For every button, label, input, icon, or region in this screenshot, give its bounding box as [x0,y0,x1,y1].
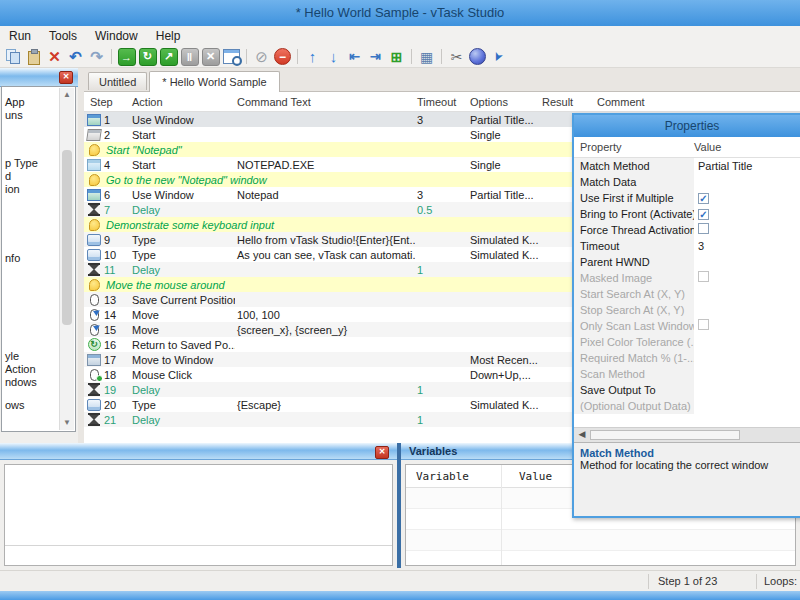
schedule-icon[interactable]: ▦ [416,47,437,67]
preview-icon[interactable] [221,47,242,67]
menu-window[interactable]: Window [86,26,147,46]
property-label: Required Match % (1-... [574,350,694,366]
checkbox[interactable]: ✓ [698,193,709,204]
menu-run[interactable]: Run [0,26,40,46]
menu-tools[interactable]: Tools [40,26,86,46]
delete-icon[interactable]: ✕ [44,47,65,67]
sidebar-item[interactable]: ion [5,183,20,195]
property-row[interactable]: Pixel Color Tolerance (... [574,334,800,350]
tab-hello-world-sample[interactable]: * Hello World Sample [149,71,279,92]
sidebar-item[interactable]: p Type [5,157,38,169]
tools-icon[interactable]: ✂ [446,47,467,67]
sidebar-header: ✕ [0,68,78,87]
property-row[interactable]: Required Match % (1-... [574,350,800,366]
sidebar-panel: ✕ Appunsp TypedionnfoyleActionndowsows ▲… [0,68,78,443]
sidebar-item[interactable]: ows [5,399,25,411]
paste-icon[interactable] [23,47,44,67]
checkbox[interactable]: ✓ [698,209,709,220]
run-icon[interactable]: → [116,47,137,67]
checkbox[interactable] [698,223,709,234]
step-options: Down+Up,... [468,369,540,381]
col-timeout[interactable]: Timeout [415,96,468,108]
insert-step-icon[interactable]: ⊞ [386,47,407,67]
scroll-down-icon[interactable]: ▼ [61,417,73,429]
step-icon[interactable]: ↗ [158,47,179,67]
copy-icon[interactable] [2,47,23,67]
toolbar-separator [441,49,442,64]
property-row[interactable]: Force Thread Activation [574,222,800,238]
property-row[interactable]: Bring to Front (Activate)✓ [574,206,800,222]
indent-icon[interactable]: ⇥ [365,47,386,67]
app-window: * Hello World Sample - vTask Studio RunT… [0,0,800,600]
properties-title[interactable]: Properties [574,115,800,137]
property-row[interactable]: Stop Search At (X, Y) [574,302,800,318]
stop-icon[interactable]: ✕ [200,47,221,67]
web-help-icon[interactable] [467,47,488,67]
sidebar-item[interactable]: yle [5,350,19,362]
col-step[interactable]: Step [84,96,130,108]
col-action[interactable]: Action [130,96,235,108]
output-panel-body [4,464,393,566]
tab-untitled[interactable]: Untitled [88,72,147,90]
property-row[interactable]: Only Scan Last Window [574,318,800,334]
redo-icon[interactable]: ↷ [86,47,107,67]
app-icon [84,129,102,141]
breakpoint-icon[interactable]: − [272,47,293,67]
close-icon[interactable]: ✕ [375,446,389,459]
col-options[interactable]: Options [468,96,540,108]
move-up-icon[interactable]: ↑ [302,47,323,67]
scroll-left-icon[interactable]: ◀ [576,429,588,440]
sidebar-item[interactable]: Action [5,363,36,375]
col-comment[interactable]: Comment [595,96,800,108]
sidebar-item[interactable]: App [5,96,25,108]
property-row[interactable]: Start Search At (X, Y) [574,286,800,302]
checkbox[interactable] [698,319,709,330]
sidebar-item[interactable]: nfo [5,252,20,264]
undo-icon[interactable]: ↶ [65,47,86,67]
disable-icon[interactable]: ⊘ [251,47,272,67]
step-timeout: 3 [415,189,468,201]
col-command-text[interactable]: Command Text [235,96,415,108]
property-value [694,270,800,286]
property-row[interactable]: Scan Method [574,366,800,382]
property-label: Timeout [574,238,694,254]
return-icon: ↻ [84,338,102,351]
sidebar-scrollbar[interactable]: ▲ ▼ [59,88,74,430]
scroll-thumb[interactable] [62,150,72,325]
step-number: 4 [102,159,130,171]
window-bottom-edge [0,591,800,600]
property-value [694,174,800,190]
pin-icon[interactable]: ➤ [488,47,509,67]
run-selection-icon[interactable]: ↻ [137,47,158,67]
col-property: Property [574,141,694,153]
checkbox[interactable] [698,271,709,282]
close-icon[interactable]: ✕ [59,71,73,84]
step-action: Type [130,399,235,411]
panel-splitter[interactable] [5,545,392,546]
property-row[interactable]: Parent HWND [574,254,800,270]
toolbar-separator [246,49,247,64]
col-result[interactable]: Result [540,96,595,108]
outdent-icon[interactable]: ⇤ [344,47,365,67]
property-row[interactable]: (Optional Output Data) [574,398,800,414]
property-label: Masked Image [574,270,694,286]
menu-help[interactable]: Help [147,26,190,46]
properties-window: Properties Property Value Match MethodPa… [572,113,800,518]
property-row[interactable]: Match MethodPartial Title [574,158,800,174]
sidebar-item[interactable]: uns [5,109,23,121]
property-row[interactable]: Masked Image [574,270,800,286]
property-row[interactable]: Save Output To [574,382,800,398]
move-down-icon[interactable]: ↓ [323,47,344,67]
toolbar: ✕↶↷→↻↗‖✕⊘−↑↓⇤⇥⊞▦✂➤ [0,46,800,68]
sidebar-item[interactable]: ndows [5,376,37,388]
property-row[interactable]: Timeout3 [574,238,800,254]
property-row[interactable]: Use First if Multiple✓ [574,190,800,206]
property-row[interactable]: Match Data [574,174,800,190]
properties-hscrollbar[interactable]: ◀ [574,427,800,442]
col-value[interactable]: Value [511,470,552,483]
pause-icon[interactable]: ‖ [179,47,200,67]
scroll-up-icon[interactable]: ▲ [61,89,73,101]
sidebar-item[interactable]: d [5,170,11,182]
scroll-thumb[interactable] [590,430,740,440]
col-variable[interactable]: Variable [406,470,511,483]
